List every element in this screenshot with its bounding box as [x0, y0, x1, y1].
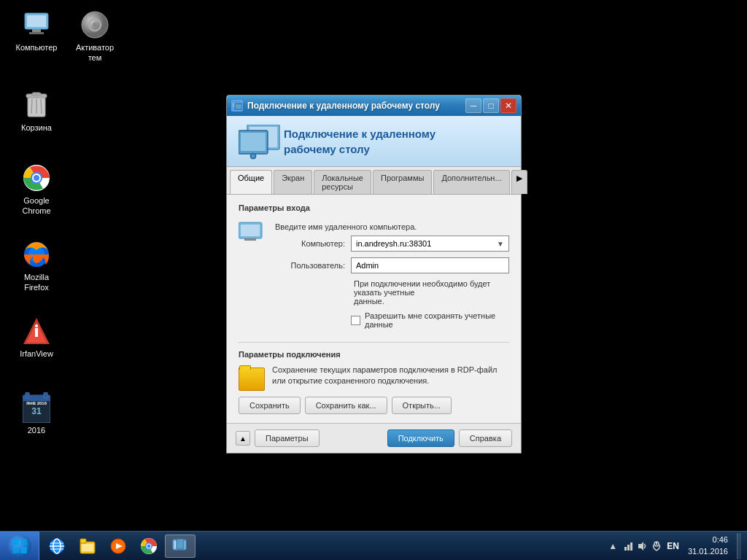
dialog-title-icon: [231, 100, 243, 112]
taskbar-chrome[interactable]: [134, 534, 163, 558]
save-credentials-row: Разрешить мне сохранять учетные данные: [351, 311, 509, 329]
dialog-title-text: Подключение к удаленному рабочему столу: [247, 101, 461, 111]
tab-general[interactable]: Общие: [230, 170, 272, 194]
computer-input[interactable]: in.andreysh.ru:38301 ▼: [351, 236, 509, 252]
user-form-row: Пользователь:: [272, 257, 509, 273]
taskbar-media[interactable]: [104, 534, 133, 558]
svg-marker-60: [638, 542, 643, 551]
connection-text: Сохранение текущих параметров подключени…: [272, 365, 509, 387]
footer-buttons: Подключить Справка: [387, 429, 512, 447]
svg-rect-28: [44, 392, 47, 398]
trash-icon: [22, 90, 51, 120]
power-icon[interactable]: [651, 540, 662, 552]
desktop-icon-activator[interactable]: Активатортем: [66, 7, 124, 66]
taskbar-clock[interactable]: 0:46 31.01.2016: [684, 534, 732, 557]
save-credentials-checkbox[interactable]: [351, 316, 360, 325]
svg-text:ЯНВ 2016: ЯНВ 2016: [26, 401, 47, 405]
chrome-icon: [22, 163, 51, 192]
computer-icon: [22, 10, 51, 39]
folder-icon: [239, 368, 265, 391]
tab-advanced[interactable]: Дополнительн...: [433, 170, 509, 194]
start-button[interactable]: [0, 532, 39, 561]
connection-buttons: Сохранить Сохранить как... Открыть...: [239, 397, 509, 414]
firefox-icon-label: MozillaFirefox: [24, 272, 49, 293]
params-button[interactable]: Параметры: [255, 429, 320, 447]
language-indicator[interactable]: EN: [667, 541, 679, 551]
svg-rect-46: [80, 539, 86, 543]
svg-point-16: [34, 175, 39, 181]
computer-value: in.andreysh.ru:38301: [356, 239, 431, 248]
system-tray: [623, 540, 662, 552]
save-as-button[interactable]: Сохранить как...: [305, 397, 387, 414]
computer-dropdown-arrow: ▼: [497, 240, 504, 248]
chrome-icon-label: GoogleChrome: [22, 195, 50, 217]
tab-display[interactable]: Экран: [274, 170, 312, 194]
dialog-tabs: Общие Экран Локальные ресурсы Программы …: [227, 167, 521, 195]
svg-rect-30: [235, 104, 242, 109]
computer-label: Компьютер:: [272, 239, 345, 248]
svg-rect-27: [26, 392, 29, 398]
taskbar: ▲: [0, 531, 747, 560]
dialog-header-title: Подключение к удаленному рабочему столу: [284, 126, 509, 157]
credentials-hint: При подключении необходимо будет указать…: [351, 279, 509, 306]
svg-rect-47: [82, 544, 93, 551]
login-section-label: Параметры входа: [239, 203, 509, 212]
save-credentials-label: Разрешить мне сохранять учетные данные: [365, 311, 509, 329]
params-collapse-button[interactable]: ▲: [236, 431, 250, 446]
svg-rect-59: [630, 542, 632, 551]
calendar-2016-icon: ЯНВ 2016 31: [22, 393, 51, 422]
irfanview-icon: [22, 316, 51, 346]
dialog-content: Параметры входа Введите имя удаленного к…: [227, 195, 521, 423]
dialog-header-line2: рабочему столу: [284, 141, 509, 157]
svg-line-12: [41, 99, 42, 114]
desktop-icon-chrome[interactable]: GoogleChrome: [7, 160, 66, 219]
open-button[interactable]: Открыть...: [392, 397, 452, 414]
svg-rect-2: [32, 29, 41, 32]
user-label: Пользователь:: [272, 261, 345, 270]
start-orb: [8, 534, 31, 558]
tab-programs[interactable]: Программы: [373, 170, 432, 194]
svg-rect-1: [27, 15, 46, 27]
desktop-icon-2016[interactable]: ЯНВ 2016 31 2016: [7, 390, 66, 438]
connect-button[interactable]: Подключить: [387, 429, 454, 447]
login-hint: Введите имя удаленного компьютера.: [272, 222, 509, 231]
show-desktop-button[interactable]: [737, 533, 741, 559]
svg-point-22: [35, 324, 38, 327]
trash-icon-label: Корзина: [21, 122, 52, 133]
svg-rect-58: [627, 545, 630, 551]
save-button[interactable]: Сохранить: [239, 397, 301, 414]
volume-icon[interactable]: [637, 540, 649, 552]
svg-rect-39: [244, 238, 256, 241]
svg-rect-38: [241, 225, 260, 236]
clock-date: 31.01.2016: [688, 546, 728, 557]
svg-point-6: [93, 23, 97, 27]
firefox-icon: [22, 240, 51, 269]
rdp-dialog: Подключение к удаленному рабочему столу …: [226, 95, 522, 454]
desktop-icon-computer[interactable]: Компьютер: [7, 7, 66, 55]
dialog-minimize-button[interactable]: ─: [465, 98, 481, 113]
network-icon[interactable]: [623, 540, 635, 552]
user-input[interactable]: [351, 257, 509, 273]
help-button[interactable]: Справка: [459, 429, 512, 447]
dialog-titlebar: Подключение к удаленному рабочему столу …: [227, 96, 521, 116]
desktop-icon-irfanview[interactable]: IrfanView: [7, 314, 66, 362]
svg-rect-56: [177, 539, 184, 549]
desktop-icon-trash[interactable]: Корзина: [7, 88, 66, 136]
tab-local-resources[interactable]: Локальные ресурсы: [314, 170, 371, 194]
taskbar-rdp[interactable]: [165, 534, 196, 558]
irfanview-icon-label: IrfanView: [20, 349, 53, 359]
dialog-maximize-button[interactable]: □: [483, 98, 499, 113]
dialog-close-button[interactable]: ✕: [500, 98, 516, 113]
calendar-2016-icon-label: 2016: [28, 425, 45, 435]
svg-point-36: [252, 155, 255, 158]
dialog-footer: ▲ Параметры Подключить Справка: [227, 423, 521, 453]
tab-more-button[interactable]: ▶: [511, 170, 527, 194]
desktop-icon-firefox[interactable]: MozillaFirefox: [7, 237, 66, 296]
dialog-header-text: Подключение к удаленному рабочему столу: [284, 126, 509, 157]
svg-rect-34: [241, 133, 266, 151]
notification-area-expand[interactable]: ▲: [607, 540, 619, 552]
taskbar-explorer[interactable]: [73, 534, 102, 558]
taskbar-ie[interactable]: [42, 534, 71, 558]
computer-icon-label: Компьютер: [16, 42, 58, 52]
svg-rect-9: [32, 93, 41, 96]
